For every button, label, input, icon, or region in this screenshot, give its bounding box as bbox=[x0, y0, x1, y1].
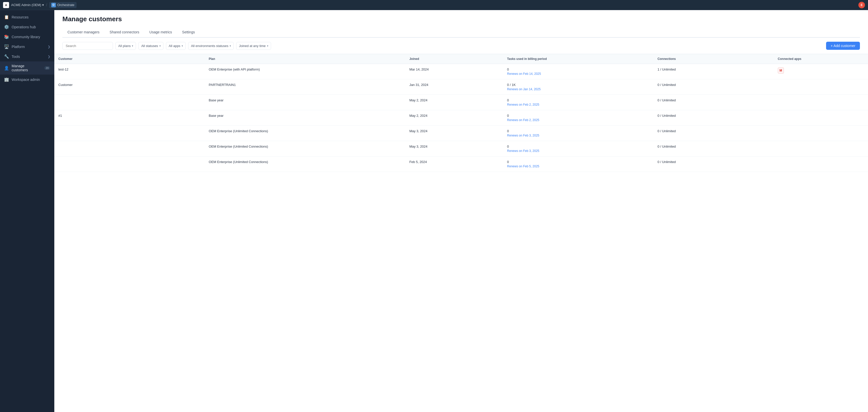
customer-name: #1 bbox=[58, 114, 62, 118]
table-row[interactable]: Base yearMay 2, 20240Renews on Feb 2, 20… bbox=[54, 95, 868, 110]
main-content: Manage customers Customer managersShared… bbox=[54, 10, 868, 412]
joined-date: May 2, 2024 bbox=[409, 114, 428, 118]
apps-filter[interactable]: All apps ▾ bbox=[166, 42, 186, 50]
cell-plan: OEM Enterprise (with API platform) bbox=[205, 64, 405, 79]
tab-shared-connectors[interactable]: Shared connectors bbox=[104, 27, 145, 38]
plan-name: OEM Enterprise (with API platform) bbox=[209, 67, 260, 71]
table-row[interactable]: OEM Enterprise (Unlimited Connections)Ma… bbox=[54, 141, 868, 156]
joined-date: May 3, 2024 bbox=[409, 145, 428, 148]
cell-customer: #1 bbox=[54, 110, 205, 126]
add-customer-button[interactable]: + Add customer bbox=[826, 42, 860, 50]
plan-name: OEM Enterprise (Unlimited Connections) bbox=[209, 129, 268, 133]
table-row[interactable]: OEM Enterprise (Unlimited Connections)Ma… bbox=[54, 126, 868, 141]
cell-connections: 0 / Unlimited bbox=[653, 79, 774, 95]
col-header-plan: Plan bbox=[205, 54, 405, 64]
sidebar-item-platform[interactable]: 🖥️ Platform ❯ bbox=[0, 42, 54, 52]
cell-customer bbox=[54, 156, 205, 172]
tabs: Customer managersShared connectorsUsage … bbox=[62, 27, 860, 38]
cell-connected-apps bbox=[774, 156, 868, 172]
joined-date: May 3, 2024 bbox=[409, 129, 428, 133]
page-header: Manage customers Customer managersShared… bbox=[54, 10, 868, 38]
resources-icon: 📋 bbox=[4, 14, 9, 20]
customers-table-container: CustomerPlanJoinedTasks used in billing … bbox=[54, 54, 868, 412]
search-input[interactable] bbox=[62, 42, 113, 50]
manage-customers-icon: 👤 bbox=[4, 66, 9, 70]
tasks-used: 0Renews on Feb 2, 2025 bbox=[507, 98, 649, 107]
plan-name: PARTNERTRAIN1 bbox=[209, 83, 236, 87]
user-avatar[interactable]: E bbox=[859, 2, 865, 8]
tab-settings[interactable]: Settings bbox=[177, 27, 200, 38]
plans-filter[interactable]: All plans ▾ bbox=[116, 42, 136, 50]
tab-customer-managers[interactable]: Customer managers bbox=[62, 27, 104, 38]
cell-plan: OEM Enterprise (Unlimited Connections) bbox=[205, 141, 405, 156]
tasks-renews: Renews on Feb 2, 2025 bbox=[507, 103, 649, 107]
tab-usage-metrics[interactable]: Usage metrics bbox=[144, 27, 177, 38]
sidebar-item-label: Operations hub bbox=[11, 25, 50, 29]
cell-customer: test-12 bbox=[54, 64, 205, 79]
sidebar-item-label: Community library bbox=[11, 35, 50, 39]
table-header: CustomerPlanJoinedTasks used in billing … bbox=[54, 54, 868, 64]
environments-filter[interactable]: All environments statuses ▾ bbox=[188, 42, 234, 50]
orchestrate-icon: O bbox=[51, 3, 56, 7]
cell-plan: Base year bbox=[205, 110, 405, 126]
tasks-used: 0Renews on Feb 2, 2025 bbox=[507, 114, 649, 122]
plan-name: OEM Enterprise (Unlimited Connections) bbox=[209, 145, 268, 148]
col-header-joined: Joined bbox=[405, 54, 503, 64]
chevron-down-icon: ▾ bbox=[229, 45, 231, 47]
cell-tasks: 0Renews on Feb 2, 2025 bbox=[503, 110, 653, 126]
table-row[interactable]: OEM Enterprise (Unlimited Connections)Fe… bbox=[54, 156, 868, 172]
app-name[interactable]: ACME Admin (OEM) ▾ bbox=[11, 3, 44, 7]
customer-name: Customer bbox=[58, 83, 72, 87]
cell-joined: May 2, 2024 bbox=[405, 110, 503, 126]
joined-date: Jan 31, 2024 bbox=[409, 83, 428, 87]
operations-hub-icon: ⚙️ bbox=[4, 25, 9, 29]
cell-connections: 0 / Unlimited bbox=[653, 110, 774, 126]
connections-count: 0 / Unlimited bbox=[657, 83, 676, 87]
cell-tasks: 0 / 1KRenews on Jan 14, 2025 bbox=[503, 79, 653, 95]
chevron-down-icon: ▾ bbox=[182, 45, 183, 47]
cell-tasks: 0Renews on Feb 3, 2025 bbox=[503, 126, 653, 141]
sidebar-item-operations-hub[interactable]: ⚙️ Operations hub bbox=[0, 22, 54, 32]
sidebar-item-label: Platform bbox=[11, 45, 45, 49]
sidebar-item-manage-customers[interactable]: 👤 Manage customers 20 bbox=[0, 61, 54, 75]
orchestrate-label: Orchestrate bbox=[57, 3, 74, 7]
orchestrate-selector[interactable]: O Orchestrate bbox=[49, 2, 76, 8]
chevron-right-icon: ❯ bbox=[48, 55, 50, 58]
sidebar-item-tools[interactable]: 🔧 Tools ❯ bbox=[0, 52, 54, 61]
tasks-renews: Renews on Feb 14, 2025 bbox=[507, 72, 649, 76]
app-logo: A bbox=[3, 2, 9, 8]
connections-count: 0 / Unlimited bbox=[657, 145, 676, 148]
table-body: test-12OEM Enterprise (with API platform… bbox=[54, 64, 868, 172]
tasks-used: 0Renews on Feb 3, 2025 bbox=[507, 145, 649, 153]
cell-customer bbox=[54, 141, 205, 156]
table-row[interactable]: #1Base yearMay 2, 20240Renews on Feb 2, … bbox=[54, 110, 868, 126]
cell-connections: 0 / Unlimited bbox=[653, 126, 774, 141]
table-row[interactable]: test-12OEM Enterprise (with API platform… bbox=[54, 64, 868, 79]
sidebar: 📋 Resources ⚙️ Operations hub 📚 Communit… bbox=[0, 10, 54, 412]
table-row[interactable]: CustomerPARTNERTRAIN1Jan 31, 20240 / 1KR… bbox=[54, 79, 868, 95]
sidebar-item-workspace-admin[interactable]: 🏢 Workspace admin bbox=[0, 75, 54, 84]
customers-table: CustomerPlanJoinedTasks used in billing … bbox=[54, 54, 868, 172]
chevron-down-icon: ▾ bbox=[159, 45, 161, 47]
sidebar-item-label: Manage customers bbox=[11, 64, 42, 72]
tasks-renews: Renews on Feb 3, 2025 bbox=[507, 149, 649, 153]
cell-connections: 0 / Unlimited bbox=[653, 141, 774, 156]
connections-count: 0 / Unlimited bbox=[657, 160, 676, 164]
tasks-renews: Renews on Feb 5, 2025 bbox=[507, 165, 649, 168]
joined-filter[interactable]: Joined at any time ▾ bbox=[236, 42, 271, 50]
sidebar-item-community-library[interactable]: 📚 Community library bbox=[0, 32, 54, 42]
cell-plan: OEM Enterprise (Unlimited Connections) bbox=[205, 126, 405, 141]
cell-connections: 1 / Unlimited bbox=[653, 64, 774, 79]
connections-count: 0 / Unlimited bbox=[657, 98, 676, 102]
joined-date: Feb 5, 2024 bbox=[409, 160, 427, 164]
sidebar-item-resources[interactable]: 📋 Resources bbox=[0, 12, 54, 22]
tasks-used: 0 / 1KRenews on Jan 14, 2025 bbox=[507, 83, 649, 91]
sidebar-item-label: Workspace admin bbox=[11, 78, 50, 82]
tasks-renews: Renews on Jan 14, 2025 bbox=[507, 87, 649, 91]
statuses-filter[interactable]: All statuses ▾ bbox=[138, 42, 163, 50]
badge: 20 bbox=[44, 66, 50, 70]
chevron-right-icon: ❯ bbox=[48, 45, 50, 49]
tasks-used: 0Renews on Feb 14, 2025 bbox=[507, 67, 649, 76]
col-header-connections: Connections bbox=[653, 54, 774, 64]
plan-name: Base year bbox=[209, 114, 223, 118]
